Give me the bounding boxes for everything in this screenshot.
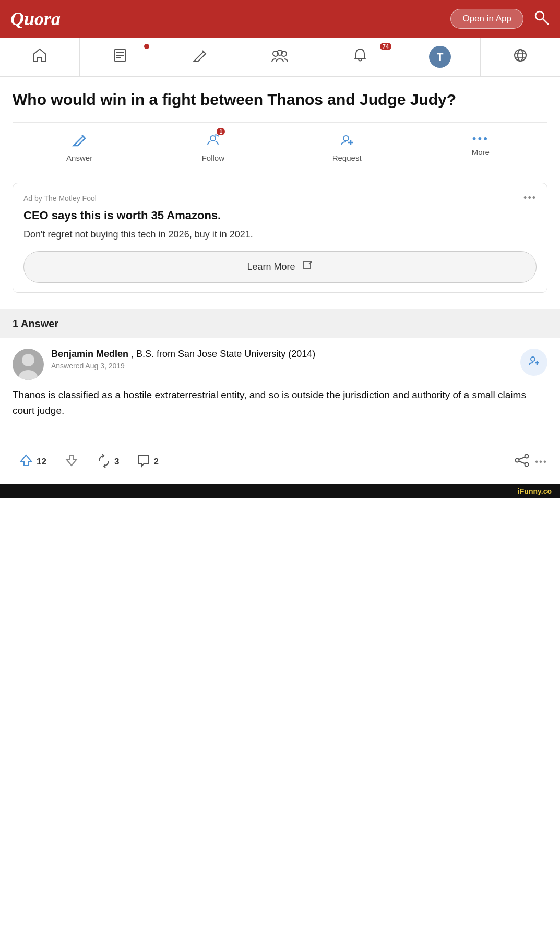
request-icon — [339, 132, 355, 151]
reshare-icon — [97, 454, 111, 471]
upvote-icon — [19, 453, 33, 471]
svg-rect-19 — [303, 261, 311, 269]
svg-point-21 — [22, 354, 34, 366]
action-row: Answer 1 Follow — [13, 122, 547, 170]
follow-icon: 1 — [205, 132, 221, 151]
author-info: Benjamin Medlen , B.S. from San Jose Sta… — [51, 349, 315, 370]
answer-meta: Benjamin Medlen , B.S. from San Jose Sta… — [13, 349, 547, 380]
nav-item-profile[interactable]: T — [400, 38, 480, 76]
more-button[interactable]: ••• More — [414, 125, 547, 168]
follow-button[interactable]: 1 Follow — [146, 125, 280, 168]
nav-item-write[interactable] — [160, 38, 240, 76]
answer-date: Answered Aug 3, 2019 — [51, 362, 315, 370]
open-in-app-button[interactable]: Open in App — [450, 9, 523, 29]
request-label: Request — [332, 153, 362, 162]
spaces-icon — [271, 47, 289, 67]
answer-count-bar: 1 Answer — [0, 309, 560, 338]
comment-count: 2 — [153, 457, 158, 467]
learn-more-label: Learn More — [247, 261, 295, 272]
author-name: Benjamin Medlen , B.S. from San Jose Sta… — [51, 349, 315, 360]
follow-label: Follow — [202, 153, 224, 162]
nav-bar: 74 T — [0, 38, 560, 77]
share-icon — [514, 454, 530, 470]
write-icon — [192, 47, 208, 67]
author-avatar — [13, 349, 44, 380]
svg-point-29 — [516, 459, 519, 462]
learn-more-button[interactable]: Learn More — [23, 251, 537, 283]
app-header: Quora Open in App — [0, 0, 560, 38]
follow-badge: 1 — [217, 128, 225, 135]
user-avatar: T — [429, 46, 451, 68]
language-icon — [513, 47, 528, 67]
nav-item-feed[interactable] — [80, 38, 160, 76]
share-button[interactable] — [514, 454, 530, 470]
answer-text: Thanos is classified as a hostile extrat… — [13, 387, 547, 419]
svg-line-31 — [519, 461, 525, 464]
reshare-button[interactable]: 3 — [90, 449, 125, 475]
nav-item-home[interactable] — [0, 38, 80, 76]
ad-more-button[interactable]: ••• — [523, 193, 537, 204]
feed-icon — [112, 47, 128, 67]
svg-line-1 — [543, 19, 548, 24]
watermark-text: iFunny.co — [518, 487, 552, 495]
nav-item-spaces[interactable] — [240, 38, 320, 76]
quora-logo: Quora — [10, 8, 61, 30]
svg-line-30 — [519, 457, 525, 460]
main-content: Who would win in a fight between Thanos … — [0, 77, 560, 309]
ad-section: Ad by The Motley Fool ••• CEO says this … — [13, 183, 547, 293]
answer-button[interactable]: Answer — [13, 125, 146, 168]
nav-item-language[interactable] — [481, 38, 560, 76]
notifications-icon — [352, 47, 368, 67]
comment-button[interactable]: 2 — [130, 450, 164, 474]
reshare-count: 3 — [114, 457, 119, 467]
author-credentials: , B.S. from San Jose State University (2… — [131, 349, 315, 359]
answer-count-label: 1 Answer — [13, 318, 58, 329]
svg-point-15 — [210, 136, 216, 141]
svg-point-28 — [525, 463, 529, 467]
search-icon[interactable] — [533, 9, 550, 29]
ad-body: Don't regret not buying this tech in 202… — [23, 228, 537, 242]
request-button[interactable]: Request — [280, 125, 414, 168]
answer-more-button[interactable]: ••• — [535, 457, 547, 467]
downvote-icon — [64, 453, 79, 471]
ad-title: CEO says this is worth 35 Amazons. — [23, 209, 537, 222]
ifunny-watermark: iFunny.co — [0, 484, 560, 498]
more-icon: ••• — [472, 132, 489, 146]
author-left: Benjamin Medlen , B.S. from San Jose Sta… — [13, 349, 315, 380]
follow-author-button[interactable] — [520, 349, 547, 376]
svg-point-27 — [525, 455, 529, 458]
header-right: Open in App — [450, 9, 550, 29]
follow-author-icon — [527, 353, 541, 372]
upvote-count: 12 — [37, 457, 46, 467]
upvote-button[interactable]: 12 — [13, 449, 53, 475]
answer-section: Benjamin Medlen , B.S. from San Jose Sta… — [0, 338, 560, 440]
external-link-icon — [302, 260, 313, 274]
feed-dot — [144, 44, 149, 49]
svg-point-10 — [515, 50, 526, 61]
notifications-badge: 74 — [380, 43, 391, 50]
more-label: More — [472, 148, 490, 157]
svg-point-16 — [343, 136, 349, 141]
ad-header: Ad by The Motley Fool ••• — [23, 193, 537, 204]
answer-label: Answer — [66, 153, 92, 162]
downvote-button[interactable] — [58, 449, 85, 475]
nav-item-notifications[interactable]: 74 — [320, 38, 400, 76]
question-title: Who would win in a fight between Thanos … — [13, 89, 547, 110]
comment-icon — [137, 454, 150, 470]
ad-label: Ad by The Motley Fool — [23, 194, 97, 203]
bottom-action-bar: 12 3 2 — [0, 440, 560, 484]
answer-icon — [72, 132, 87, 151]
home-icon — [32, 47, 47, 67]
svg-point-11 — [518, 50, 523, 61]
